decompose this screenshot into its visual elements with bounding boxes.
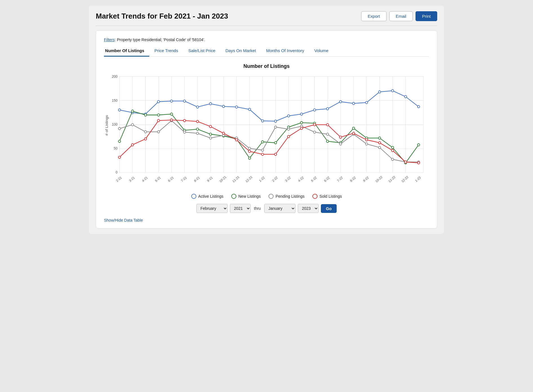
header-divider [96,26,437,26]
tab-price-trends[interactable]: Price Trends [149,46,183,57]
pending-dot [209,137,212,139]
new-listings-line [119,111,419,163]
svg-text:2-21: 2-21 [115,176,122,182]
pending-dot [196,132,199,134]
active-dot [365,101,368,104]
legend-pending: Pending Listings [268,194,305,199]
active-dot [300,113,303,115]
sold-dot [183,119,186,122]
active-dot [157,101,160,103]
new-dot [378,137,381,139]
legend-active: Active Listings [191,194,223,199]
sold-dot [157,119,160,122]
svg-text:9-22: 9-22 [362,176,369,182]
sold-dot [209,125,212,128]
new-dot [417,144,420,146]
active-dot [314,109,316,111]
active-listings-line [119,91,419,121]
svg-text:5-22: 5-22 [310,176,317,182]
header-actions: Export Email Print [361,11,437,21]
sold-dot [287,135,290,138]
sold-dot [144,138,146,140]
active-dot [405,95,407,98]
date-controls: January February March April May June Ju… [104,204,429,213]
svg-text:4-21: 4-21 [141,176,148,182]
new-dot [209,133,212,135]
pending-dot [131,124,134,126]
new-dot [170,113,173,115]
pending-dot [327,133,329,135]
svg-text:5-21: 5-21 [154,176,161,182]
legend-new: New Listings [231,194,261,199]
svg-text:12-21: 12-21 [245,175,253,183]
sold-dot [314,124,316,126]
legend-active-icon [191,194,196,199]
pending-dot [287,128,290,130]
chart-legend: Active Listings New Listings Pending Lis… [104,194,429,199]
page-title: Market Trends for Feb 2021 - Jan 2023 [96,12,228,21]
svg-text:200: 200 [112,75,117,79]
sold-dot [170,119,173,121]
pending-dot [118,127,121,130]
sold-dot [339,136,342,138]
svg-text:11-21: 11-21 [232,175,240,183]
pending-dot [144,131,146,133]
to-year-select[interactable]: 2019 2020 2021 2022 2023 [298,204,319,213]
export-button[interactable]: Export [361,11,386,21]
new-dot [131,110,134,112]
active-dot [118,109,121,111]
filters-link[interactable]: Filters [104,37,115,42]
chart-svg: 0 50 100 150 200 # of Listings 2-21 3-21… [104,72,429,190]
email-button[interactable]: Email [389,11,413,21]
svg-text:9-21: 9-21 [206,176,213,182]
sold-dot [274,153,277,155]
pending-dot [274,126,277,128]
from-month-select[interactable]: January February March April May June Ju… [196,204,228,213]
active-dot [222,105,225,108]
sold-dot [236,139,238,141]
svg-text:50: 50 [114,146,118,150]
print-button[interactable]: Print [416,11,437,21]
svg-text:12-22: 12-22 [401,175,409,183]
pending-dot [378,146,381,149]
sold-dot [365,139,368,141]
tab-days-on-market[interactable]: Days On Market [220,46,261,57]
show-hide-link[interactable]: Show/Hide Data Table [104,218,143,222]
go-button[interactable]: Go [321,204,337,213]
svg-text:# of Listings: # of Listings [105,115,109,135]
pending-dot [157,131,160,133]
active-dot [392,90,394,92]
tab-months-of-inventory[interactable]: Months Of Inventory [261,46,309,57]
svg-text:7-22: 7-22 [336,176,343,182]
active-dot [378,91,381,93]
active-dot [196,106,199,108]
new-dot [352,127,355,129]
active-dot [183,100,186,102]
svg-text:10-21: 10-21 [219,175,227,183]
svg-text:1-22: 1-22 [258,176,265,182]
svg-text:8-22: 8-22 [349,176,356,182]
new-dot [196,128,199,130]
pending-dot [248,147,251,150]
svg-text:6-21: 6-21 [167,176,174,182]
chart-title: Number of Listings [104,63,429,69]
thru-label: thru [253,206,262,211]
to-month-select[interactable]: January February March April May June Ju… [264,204,296,213]
svg-text:7-21: 7-21 [180,176,187,182]
sold-dot [131,144,134,146]
tab-number-of-listings[interactable]: Number Of Listings [104,46,149,57]
sold-dot [261,153,264,155]
active-dot [287,115,290,117]
show-hide-data-table[interactable]: Show/Hide Data Table [104,218,429,222]
new-dot [248,157,251,159]
pending-dot [365,143,368,145]
pending-dot [314,131,316,133]
tab-volume[interactable]: Volume [309,46,334,57]
new-dot [144,114,146,116]
active-dot [274,120,277,122]
from-year-select[interactable]: 2019 2020 2021 2022 2023 [230,204,251,213]
new-dot [157,114,160,116]
legend-active-label: Active Listings [198,194,223,199]
tab-sale-list-price[interactable]: Sale/List Price [183,46,220,57]
pending-dot [392,158,394,161]
